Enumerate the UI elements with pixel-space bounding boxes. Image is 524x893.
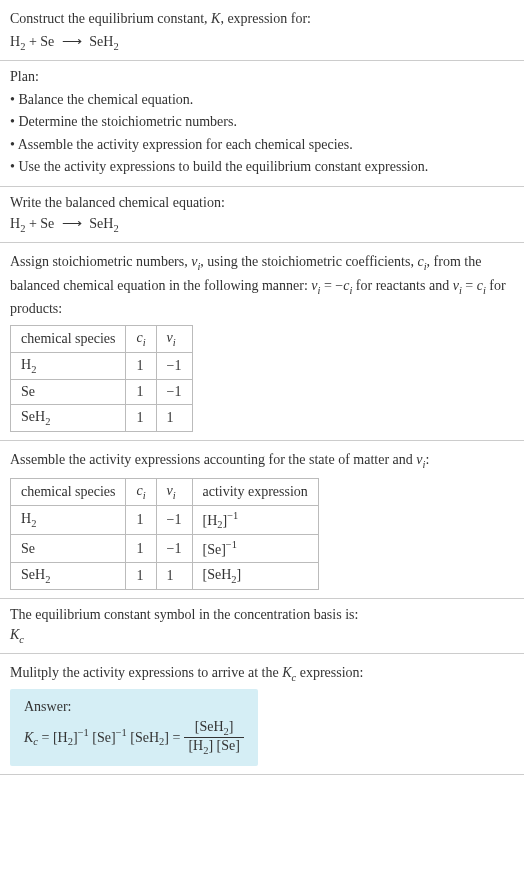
beq-seh2-sub: 2 [113, 223, 118, 234]
cell-ci: 1 [126, 404, 156, 431]
header-section: Construct the equilibrium constant, K, e… [0, 0, 524, 61]
cell-nui: −1 [156, 535, 192, 563]
ae-c: ] [237, 567, 242, 582]
cell-activity: [SeH2] [192, 563, 318, 590]
table-row: chemical species ci νi activity expressi… [11, 479, 319, 506]
balanced-equation: H2 + Se ⟶ SeH2 [10, 215, 514, 234]
eq-seh2-sub: 2 [113, 41, 118, 52]
activity-title: Assemble the activity expressions accoun… [10, 449, 514, 473]
ae-a: [SeH [203, 567, 232, 582]
cell-ci: 1 [126, 563, 156, 590]
th-nui: νi [156, 326, 192, 353]
th-ci-sub: i [143, 490, 146, 501]
prompt-text-1: Construct the equilibrium constant, [10, 11, 211, 26]
seh2-text: SeH [21, 567, 45, 582]
symbol-text: The equilibrium constant symbol in the c… [10, 607, 514, 623]
kc-k: K [10, 627, 19, 642]
th-ci: ci [126, 326, 156, 353]
cell-species: Se [11, 379, 126, 404]
assign-t4: for reactants and [352, 278, 452, 293]
h2-text: H [21, 511, 31, 526]
table-row: SeH2 1 1 [11, 404, 193, 431]
plan-item-1: • Balance the chemical equation. [10, 89, 514, 111]
act-t2: : [425, 452, 429, 467]
table-row: SeH2 1 1 [SeH2] [11, 563, 319, 590]
th-ci: ci [126, 479, 156, 506]
den-c: ] [Se] [208, 738, 240, 753]
activity-table: chemical species ci νi activity expressi… [10, 478, 319, 590]
ae-sup: −1 [227, 510, 238, 521]
answer-fraction: [SeH2] [H2] [Se] [184, 719, 244, 756]
prompt-line: Construct the equilibrium constant, K, e… [10, 8, 514, 29]
th-ci-sub: i [143, 337, 146, 348]
balanced-title: Write the balanced chemical equation: [10, 195, 514, 211]
plan-title: Plan: [10, 69, 514, 85]
cell-ci: 1 [126, 505, 156, 534]
assign-eq1b: = − [320, 278, 343, 293]
cell-nui: −1 [156, 505, 192, 534]
th-activity: activity expression [192, 479, 318, 506]
ans-t3a: [SeH [127, 730, 159, 745]
seh2-text: SeH [21, 409, 45, 424]
kc-sub: c [19, 634, 24, 645]
stoich-table: chemical species ci νi H2 1 −1 Se 1 −1 S… [10, 325, 193, 431]
activity-section: Assemble the activity expressions accoun… [0, 441, 524, 599]
seh2-sub: 2 [45, 574, 50, 585]
multiply-text: Mulitply the activity expressions to arr… [10, 662, 514, 686]
balanced-section: Write the balanced chemical equation: H2… [0, 187, 524, 243]
cell-ci: 1 [126, 353, 156, 380]
beq-h2: H [10, 216, 20, 231]
seh2-sub: 2 [45, 416, 50, 427]
prompt-text-2: , expression for: [220, 11, 311, 26]
ans-k: K [24, 730, 33, 745]
kc-left: Kc = [H2]−1 [Se]−1 [SeH2] = [24, 727, 180, 747]
cell-species: H2 [11, 505, 126, 534]
ans-t2a: [Se] [89, 730, 116, 745]
cell-species: H2 [11, 353, 126, 380]
answer-expression: Kc = [H2]−1 [Se]−1 [SeH2] = [SeH2] [H2] … [24, 719, 244, 756]
cell-species: SeH2 [11, 563, 126, 590]
cell-ci: 1 [126, 379, 156, 404]
eq-arrow: ⟶ [62, 33, 82, 50]
ans-t1a: [H [53, 730, 68, 745]
cell-ci: 1 [126, 535, 156, 563]
assign-eq2b: = [462, 278, 477, 293]
assign-section: Assign stoichiometric numbers, νi, using… [0, 243, 524, 440]
eq-plus-se: + Se [25, 34, 57, 49]
h2-sub: 2 [31, 364, 36, 375]
th-species: chemical species [11, 479, 126, 506]
table-row: Se 1 −1 [11, 379, 193, 404]
multiply-section: Mulitply the activity expressions to arr… [0, 654, 524, 775]
plan-list: • Balance the chemical equation. • Deter… [10, 89, 514, 179]
cell-species: Se [11, 535, 126, 563]
th-species: chemical species [11, 326, 126, 353]
cell-nui: −1 [156, 353, 192, 380]
den-a: [H [188, 738, 203, 753]
plan-section: Plan: • Balance the chemical equation. •… [0, 61, 524, 188]
th-nui-sub: i [173, 337, 176, 348]
ans-t3c: ] = [164, 730, 180, 745]
header-equation: H2 + Se ⟶ SeH2 [10, 33, 514, 52]
table-row: H2 1 −1 [11, 353, 193, 380]
frac-numerator: [SeH2] [184, 719, 244, 738]
symbol-section: The equilibrium constant symbol in the c… [0, 599, 524, 654]
eq-seh2: SeH [86, 34, 114, 49]
num-c: ] [229, 719, 234, 734]
beq-arrow: ⟶ [62, 215, 82, 232]
table-row: H2 1 −1 [H2]−1 [11, 505, 319, 534]
assign-t1: Assign stoichiometric numbers, [10, 254, 191, 269]
frac-denominator: [H2] [Se] [184, 738, 244, 756]
cell-activity: [Se]−1 [192, 535, 318, 563]
symbol-kc: Kc [10, 627, 514, 645]
act-t1: Assemble the activity expressions accoun… [10, 452, 416, 467]
th-nui-sub: i [173, 490, 176, 501]
h2-sub: 2 [31, 518, 36, 529]
num-a: [SeH [195, 719, 224, 734]
table-row: Se 1 −1 [Se]−1 [11, 535, 319, 563]
plan-item-2: • Determine the stoichiometric numbers. [10, 111, 514, 133]
table-row: chemical species ci νi [11, 326, 193, 353]
plan-item-4: • Use the activity expressions to build … [10, 156, 514, 178]
assign-t2: , using the stoichiometric coefficients, [200, 254, 417, 269]
ae-a: [Se] [203, 542, 226, 557]
cell-activity: [H2]−1 [192, 505, 318, 534]
